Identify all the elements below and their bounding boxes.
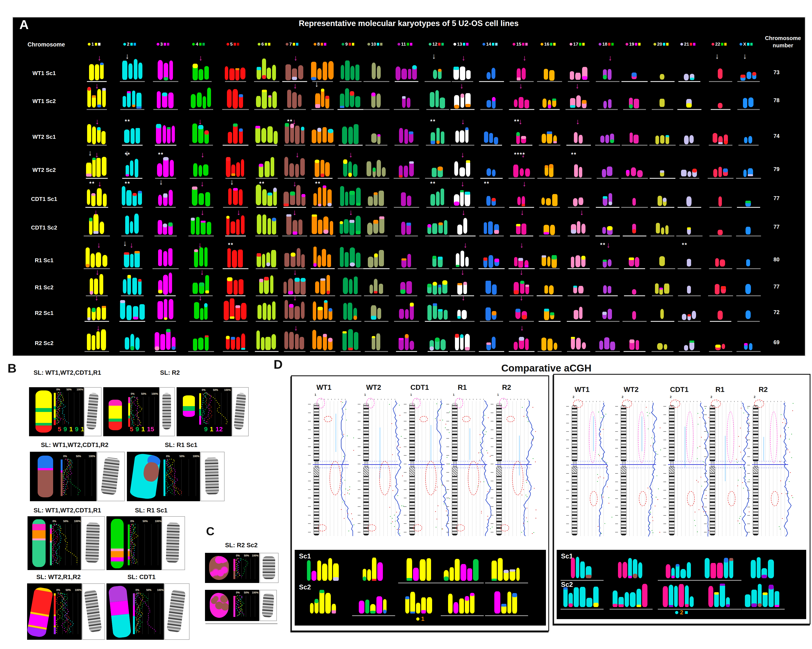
ideogram-p-arm bbox=[363, 403, 369, 461]
translocation-cap bbox=[568, 603, 573, 607]
band-label-tick bbox=[404, 404, 406, 405]
sky-cluster-blob bbox=[757, 557, 761, 578]
sky-cluster-blob bbox=[421, 597, 426, 614]
band-label-tick bbox=[491, 498, 493, 498]
band-label-tick bbox=[358, 429, 360, 430]
sky-cluster-blob bbox=[580, 562, 585, 578]
sky-cluster-blob bbox=[498, 558, 502, 581]
sky-cluster-blob bbox=[311, 571, 316, 581]
sky-cluster-blob bbox=[751, 560, 756, 578]
band-label-tick bbox=[615, 431, 618, 432]
band-label-tick bbox=[308, 429, 311, 430]
band-label-tick bbox=[747, 498, 750, 499]
translocation-cap bbox=[676, 564, 679, 567]
centromere-line bbox=[362, 464, 398, 465]
band-label-tick bbox=[308, 532, 311, 532]
translocation-cap bbox=[314, 599, 319, 603]
band-label-tick bbox=[566, 406, 569, 406]
sky-cluster-blob bbox=[510, 570, 515, 581]
band-label-tick bbox=[663, 465, 666, 465]
band-label-tick bbox=[358, 532, 360, 532]
sky-cluster-blob bbox=[623, 562, 627, 578]
band-label-tick bbox=[404, 464, 406, 464]
band-label-tick bbox=[663, 507, 666, 507]
sc1-label: Sc1 bbox=[299, 553, 311, 560]
sky-cluster-blob bbox=[768, 559, 774, 578]
sky-cluster-blob bbox=[461, 564, 466, 581]
ideogram-q-arm bbox=[753, 473, 759, 535]
acgh-column: 1 bbox=[400, 397, 446, 538]
band-label-tick bbox=[566, 440, 569, 440]
red-annotation-ellipse bbox=[468, 461, 479, 495]
translocation-cap bbox=[363, 577, 366, 581]
sky-cluster-blob bbox=[512, 593, 517, 614]
band-label-tick bbox=[615, 406, 618, 406]
translocation-cap bbox=[724, 558, 728, 562]
band-label-tick bbox=[446, 506, 449, 507]
centromere-dashed-line bbox=[755, 468, 787, 468]
band-label-tick bbox=[566, 498, 569, 499]
band-label-tick bbox=[704, 473, 707, 474]
sky-cluster-blob bbox=[516, 568, 520, 581]
translocation-cap bbox=[729, 558, 734, 561]
band-label-tick bbox=[747, 423, 750, 423]
band-label-tick bbox=[747, 515, 750, 516]
red-annotation-ellipse bbox=[711, 400, 721, 408]
sky-cluster-blob bbox=[680, 569, 686, 578]
band-label-tick bbox=[747, 440, 750, 440]
heterochromatin-block bbox=[363, 467, 369, 476]
legend-number: 2 bbox=[680, 609, 683, 616]
sky-cluster-blob bbox=[630, 592, 636, 607]
sc2-label: Sc2 bbox=[299, 583, 311, 591]
cell-line-label: WT1 bbox=[574, 385, 589, 394]
band-label-tick bbox=[491, 506, 493, 507]
sky-cluster-blob bbox=[333, 563, 339, 581]
sky-cluster-blob bbox=[365, 600, 369, 614]
magenta-annotation-ellipse bbox=[770, 412, 777, 463]
sky-cluster-blob bbox=[322, 563, 327, 581]
band-label-tick bbox=[404, 489, 406, 490]
acgh-column: 1 bbox=[487, 397, 533, 538]
translocation-cap bbox=[410, 612, 415, 614]
band-label-tick bbox=[446, 455, 449, 456]
cluster-underline bbox=[698, 580, 742, 581]
sky-cluster-blob bbox=[467, 568, 472, 581]
band-label-tick bbox=[446, 489, 449, 490]
centromere-line bbox=[495, 464, 531, 465]
band-label-tick bbox=[704, 431, 707, 432]
cluster-underline bbox=[560, 580, 604, 581]
translocation-cap bbox=[726, 604, 730, 607]
band-label-tick bbox=[663, 440, 666, 440]
magenta-annotation-ellipse bbox=[317, 398, 325, 408]
ideogram-p-arm bbox=[409, 403, 415, 461]
cluster-underline bbox=[485, 615, 528, 616]
translocation-cap bbox=[372, 579, 376, 581]
band-label-tick bbox=[663, 423, 666, 423]
band-label-tick bbox=[615, 515, 618, 516]
band-label-tick bbox=[308, 421, 311, 421]
band-label-tick bbox=[491, 404, 493, 405]
ideogram-p-arm bbox=[496, 403, 502, 461]
ideogram-chromosome-number: 1 bbox=[364, 393, 366, 397]
centromere-dashed-line bbox=[671, 468, 703, 468]
band-label-tick bbox=[566, 423, 569, 423]
band-label-tick bbox=[446, 464, 449, 464]
centromere-line bbox=[668, 464, 704, 465]
sky-cluster-blob bbox=[377, 562, 383, 581]
ideogram-p-arm bbox=[710, 405, 715, 461]
sky-cluster-blob bbox=[726, 597, 730, 607]
band-label-tick bbox=[663, 490, 666, 490]
sky-cluster-blob bbox=[571, 557, 575, 578]
band-label-tick bbox=[491, 412, 493, 413]
sky-cluster-blob bbox=[455, 559, 459, 581]
band-label-tick bbox=[491, 429, 493, 430]
band-label-tick bbox=[747, 406, 750, 406]
sky-cluster-blob bbox=[413, 568, 419, 581]
band-label-tick bbox=[491, 464, 493, 464]
band-label-tick bbox=[446, 532, 449, 532]
ideogram-p-arm bbox=[452, 403, 458, 461]
band-label-tick bbox=[358, 412, 360, 413]
band-label-tick bbox=[358, 506, 360, 507]
centromere-dashed-line bbox=[623, 468, 655, 468]
red-annotation-ellipse bbox=[367, 524, 376, 531]
